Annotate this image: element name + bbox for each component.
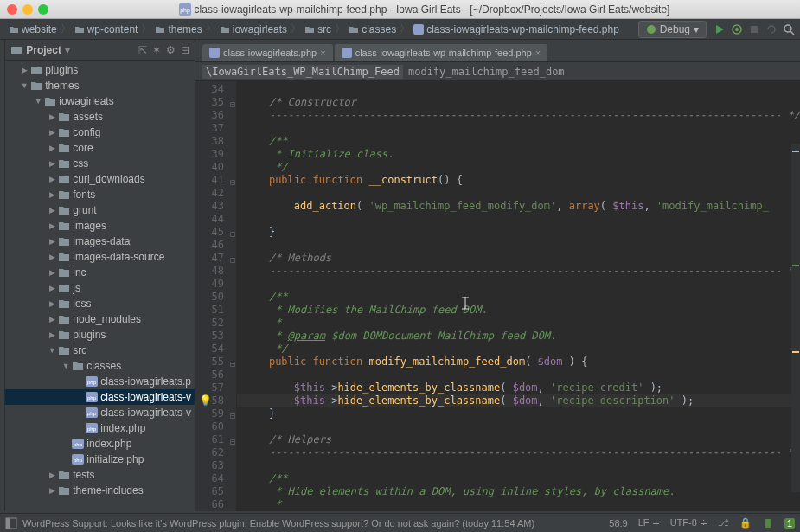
tool-window-toggle-icon[interactable] bbox=[5, 517, 17, 529]
tree-arrow-icon[interactable]: ▶ bbox=[47, 486, 57, 495]
tree-row[interactable]: ▶curl_downloads bbox=[5, 171, 195, 187]
tree-arrow-icon[interactable]: ▼ bbox=[47, 346, 57, 355]
tree-row[interactable]: phpindex.php bbox=[5, 436, 195, 452]
collapse-icon[interactable]: ⇱ bbox=[138, 44, 147, 56]
code-line[interactable]: /* Methods bbox=[237, 252, 800, 265]
tree-row[interactable]: phpindex.php bbox=[5, 420, 195, 436]
settings-icon[interactable]: ✶ bbox=[152, 44, 161, 56]
editor-tab[interactable]: class-iowagirleats.php× bbox=[202, 44, 333, 61]
tree-row[interactable]: ▶core bbox=[5, 140, 195, 156]
tree-arrow-icon[interactable]: ▶ bbox=[47, 175, 57, 183]
code-line[interactable]: * bbox=[237, 498, 800, 511]
tree-arrow-icon[interactable]: ▶ bbox=[47, 190, 57, 199]
tree-row[interactable]: ▶assets bbox=[5, 109, 195, 125]
tree-row[interactable]: ▶css bbox=[5, 156, 195, 171]
tree-row[interactable]: ▶tests bbox=[5, 467, 195, 483]
code-line[interactable]: /** bbox=[237, 135, 800, 148]
error-stripe[interactable] bbox=[791, 144, 800, 492]
code-line[interactable]: * Hide elements within a DOM, using inli… bbox=[237, 485, 800, 498]
close-window-icon[interactable] bbox=[7, 4, 17, 15]
editor-breadcrumb[interactable]: \IowaGirlEats_WP_MailChimp_Feed modify_m… bbox=[195, 62, 800, 81]
code-line[interactable]: * Modifies the MailChimp feed DOM. bbox=[237, 304, 800, 317]
code-line[interactable] bbox=[237, 459, 800, 472]
tree-arrow-icon[interactable]: ▶ bbox=[47, 221, 57, 230]
code-line[interactable] bbox=[237, 83, 800, 96]
code-line[interactable]: public function __construct() { bbox=[237, 174, 800, 187]
traffic-lights[interactable] bbox=[7, 4, 48, 15]
tree-row[interactable]: ▶plugins bbox=[5, 62, 195, 78]
tree-row[interactable]: phpinitialize.php bbox=[5, 452, 195, 467]
code-line[interactable]: /* Helpers bbox=[237, 433, 800, 446]
tree-row[interactable]: ▶config bbox=[5, 125, 195, 140]
breadcrumb-method[interactable]: modify_mailchimp_feed_dom bbox=[403, 65, 570, 79]
code-line[interactable] bbox=[237, 239, 800, 252]
tree-arrow-icon[interactable]: ▶ bbox=[47, 206, 57, 215]
code-line[interactable] bbox=[237, 122, 800, 135]
code-line[interactable]: ----------------------------------------… bbox=[237, 109, 800, 122]
maximize-window-icon[interactable] bbox=[38, 4, 48, 15]
breadcrumb-item[interactable]: iowagirleats bbox=[216, 23, 291, 35]
close-tab-icon[interactable]: × bbox=[535, 48, 541, 58]
tree-row[interactable]: ▶images bbox=[5, 218, 195, 234]
code-line[interactable]: /** bbox=[237, 291, 800, 304]
tree-row[interactable]: phpclass-iowagirleats.p bbox=[5, 374, 195, 389]
tree-arrow-icon[interactable]: ▶ bbox=[47, 144, 57, 152]
tree-arrow-icon[interactable]: ▶ bbox=[47, 315, 57, 324]
tree-arrow-icon[interactable]: ▼ bbox=[19, 81, 29, 90]
tree-row[interactable]: ▶node_modules bbox=[5, 311, 195, 327]
tree-row[interactable]: ▼classes bbox=[5, 358, 195, 374]
code-line[interactable]: $this->hide_elements_by_classname( $dom,… bbox=[237, 394, 800, 407]
code-line[interactable]: * bbox=[237, 317, 800, 330]
tree-row[interactable]: ▶js bbox=[5, 280, 195, 296]
gear-icon[interactable]: ⚙ bbox=[166, 44, 176, 56]
code-content[interactable]: /* Constructor -------------------------… bbox=[237, 81, 800, 511]
notifications-count[interactable]: 1 bbox=[784, 518, 795, 529]
tree-row[interactable]: ▶inc bbox=[5, 265, 195, 280]
code-line[interactable]: ----------------------------------------… bbox=[237, 446, 800, 459]
close-tab-icon[interactable]: × bbox=[320, 48, 325, 58]
git-branch-icon[interactable]: ⎇ bbox=[718, 517, 729, 529]
lock-icon[interactable]: 🔒 bbox=[739, 517, 752, 529]
code-line[interactable]: public function modify_mailchimp_feed_do… bbox=[237, 356, 800, 369]
code-line[interactable]: * @param $dom DOMDocument MailChimp feed… bbox=[237, 330, 800, 343]
tree-row[interactable]: ▶grunt bbox=[5, 202, 195, 218]
tree-arrow-icon[interactable]: ▶ bbox=[47, 237, 57, 246]
editor-tab[interactable]: class-iowagirleats-wp-mailchimp-feed.php… bbox=[335, 44, 548, 61]
code-line[interactable] bbox=[237, 278, 800, 291]
hide-icon[interactable]: ⊟ bbox=[181, 44, 189, 56]
tree-row[interactable]: phpclass-iowagirleats-v bbox=[5, 405, 195, 420]
status-message[interactable]: WordPress Support: Looks like it's WordP… bbox=[22, 518, 534, 529]
breadcrumb-class[interactable]: \IowaGirlEats_WP_MailChimp_Feed bbox=[202, 65, 403, 79]
chevron-down-icon[interactable]: ▾ bbox=[65, 44, 70, 56]
code-line[interactable] bbox=[237, 369, 800, 381]
caret-position[interactable]: 58:9 bbox=[609, 518, 627, 529]
code-line[interactable]: ----------------------------------------… bbox=[237, 265, 800, 278]
run-config-selector[interactable]: Debug ▾ bbox=[638, 21, 707, 38]
tree-arrow-icon[interactable]: ▶ bbox=[47, 284, 57, 292]
breadcrumb-item[interactable]: class-iowagirleats-wp-mailchimp-feed.php bbox=[410, 23, 623, 35]
hector-icon[interactable] bbox=[762, 517, 774, 529]
line-separator[interactable]: LF ≑ bbox=[638, 517, 660, 529]
code-line[interactable]: /** bbox=[237, 472, 800, 485]
breadcrumb-item[interactable]: classes bbox=[345, 23, 400, 35]
project-panel-title[interactable]: Project bbox=[26, 44, 61, 56]
file-encoding[interactable]: UTF-8 ≑ bbox=[670, 517, 707, 529]
tree-row[interactable]: ▼src bbox=[5, 343, 195, 358]
debug-icon[interactable] bbox=[731, 23, 743, 35]
code-line[interactable]: /* Constructor bbox=[237, 96, 800, 109]
minimize-window-icon[interactable] bbox=[22, 4, 33, 15]
code-line[interactable]: */ bbox=[237, 161, 800, 174]
tree-arrow-icon[interactable]: ▶ bbox=[47, 253, 57, 261]
intention-bulb-icon[interactable]: 💡 bbox=[199, 394, 212, 407]
code-editor[interactable]: 3435⊟363738394041⊟42434445⊟4647⊟48495051… bbox=[195, 81, 800, 511]
code-line[interactable]: */ bbox=[237, 343, 800, 356]
breadcrumb-item[interactable]: wp-content bbox=[71, 23, 142, 35]
tree-row[interactable]: ▼iowagirleats bbox=[5, 93, 195, 109]
tree-row[interactable]: ▶theme-includes bbox=[5, 483, 195, 498]
breadcrumb-item[interactable]: website bbox=[5, 23, 61, 35]
tree-arrow-icon[interactable]: ▶ bbox=[47, 471, 57, 479]
tree-row[interactable]: ▼themes bbox=[5, 78, 195, 93]
code-line[interactable]: $this->hide_elements_by_classname( $dom,… bbox=[237, 381, 800, 394]
tree-arrow-icon[interactable]: ▼ bbox=[33, 97, 43, 106]
code-line[interactable] bbox=[237, 213, 800, 226]
